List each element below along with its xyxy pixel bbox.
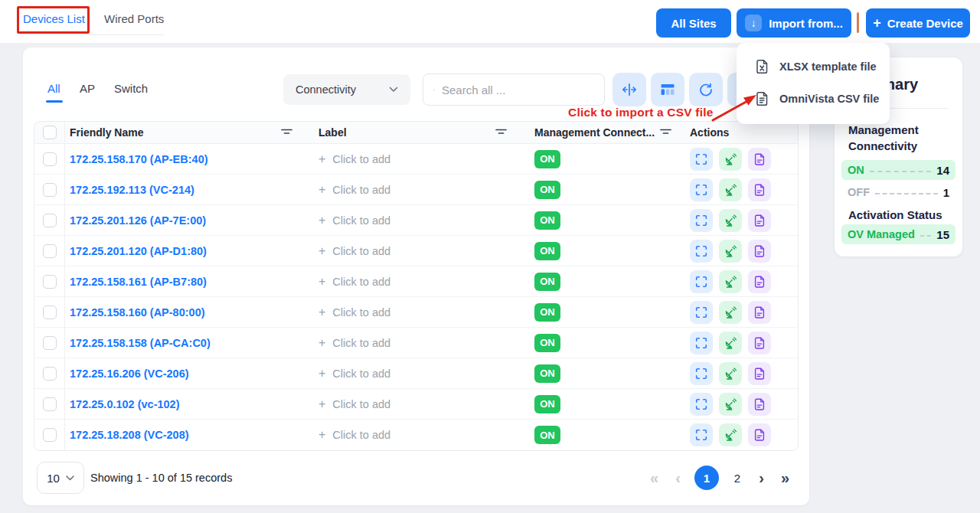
label-click-to-add[interactable]: + Click to add bbox=[307, 337, 521, 349]
friendly-name-label: Friendly Name bbox=[70, 126, 143, 139]
filter-icon[interactable] bbox=[281, 129, 292, 137]
device-notes-button[interactable] bbox=[748, 362, 771, 385]
plus-icon: + bbox=[318, 214, 325, 227]
connectivity-test-button[interactable] bbox=[719, 393, 742, 416]
label-click-to-add[interactable]: + Click to add bbox=[307, 368, 521, 380]
filter-tab-ap[interactable]: AP bbox=[80, 82, 95, 95]
expand-device-button[interactable] bbox=[690, 362, 713, 385]
column-header-friendly-name[interactable]: Friendly Name bbox=[65, 126, 307, 139]
expand-device-button[interactable] bbox=[690, 301, 713, 324]
expand-columns-button[interactable] bbox=[612, 73, 646, 106]
label-click-to-add[interactable]: + Click to add bbox=[307, 276, 521, 288]
expand-device-button[interactable] bbox=[690, 148, 713, 171]
device-link[interactable]: 172.25.158.161 (AP-B7:80) bbox=[70, 276, 207, 288]
next-page-button[interactable]: › bbox=[756, 470, 767, 485]
column-header-label[interactable]: Label bbox=[307, 126, 521, 139]
device-notes-button[interactable] bbox=[748, 332, 771, 355]
connectivity-test-button[interactable] bbox=[719, 301, 742, 324]
device-notes-button[interactable] bbox=[748, 148, 771, 171]
row-checkbox[interactable] bbox=[43, 367, 57, 381]
row-checkbox[interactable] bbox=[43, 397, 57, 411]
filter-icon[interactable] bbox=[660, 129, 671, 137]
pager: « ‹ 1 2 › » bbox=[647, 462, 792, 494]
row-checkbox[interactable] bbox=[43, 428, 57, 442]
row-checkbox[interactable] bbox=[43, 183, 57, 197]
device-notes-button[interactable] bbox=[748, 393, 771, 416]
device-notes-button[interactable] bbox=[748, 301, 771, 324]
prev-page-button[interactable]: ‹ bbox=[672, 470, 684, 485]
connectivity-test-button[interactable] bbox=[719, 240, 742, 263]
row-checkbox[interactable] bbox=[43, 214, 57, 227]
connectivity-test-button[interactable] bbox=[719, 148, 742, 171]
connectivity-test-button[interactable] bbox=[719, 178, 742, 201]
row-checkbox[interactable] bbox=[43, 244, 57, 258]
device-link[interactable]: 172.25.18.208 (VC-208) bbox=[70, 429, 189, 441]
connectivity-test-button[interactable] bbox=[719, 423, 742, 446]
connectivity-test-button[interactable] bbox=[719, 209, 742, 232]
expand-device-button[interactable] bbox=[690, 332, 713, 355]
filter-tab-switch[interactable]: Switch bbox=[114, 82, 148, 95]
device-link[interactable]: 172.25.158.158 (AP-CA:C0) bbox=[70, 337, 211, 349]
satellite-dish-icon bbox=[724, 244, 737, 258]
tab-devices-list[interactable]: Devices List bbox=[23, 12, 85, 25]
page-1-button[interactable]: 1 bbox=[694, 466, 719, 490]
device-link[interactable]: 172.25.192.113 (VC-214) bbox=[70, 184, 194, 196]
last-page-button[interactable]: » bbox=[778, 470, 792, 485]
device-notes-button[interactable] bbox=[748, 240, 771, 263]
page-2-button[interactable]: 2 bbox=[730, 472, 745, 485]
first-page-button[interactable]: « bbox=[647, 470, 662, 485]
column-header-management[interactable]: Management Connect... bbox=[521, 126, 682, 139]
filter-icon[interactable] bbox=[495, 129, 507, 137]
connectivity-dropdown[interactable]: Connectivity bbox=[283, 74, 410, 105]
expand-device-button[interactable] bbox=[690, 178, 713, 201]
expand-device-button[interactable] bbox=[690, 270, 713, 293]
menu-item-omnivista-csv[interactable]: OmniVista CSV file bbox=[737, 83, 890, 115]
expand-device-button[interactable] bbox=[690, 240, 713, 263]
search-input[interactable] bbox=[442, 83, 594, 96]
records-summary: Showing 1 - 10 of 15 records bbox=[90, 472, 232, 484]
import-from-button[interactable]: ↓ Import from... bbox=[737, 8, 851, 38]
actions-cell bbox=[682, 178, 798, 201]
row-checkbox[interactable] bbox=[43, 275, 57, 289]
filter-tab-all[interactable]: All bbox=[47, 82, 60, 95]
device-link[interactable]: 172.25.201.126 (AP-7E:00) bbox=[70, 214, 206, 227]
satellite-dish-icon bbox=[724, 367, 737, 381]
row-checkbox[interactable] bbox=[43, 152, 57, 166]
device-notes-button[interactable] bbox=[748, 178, 771, 201]
connectivity-test-button[interactable] bbox=[719, 332, 742, 355]
tab-wired-ports[interactable]: Wired Ports bbox=[104, 12, 164, 25]
connectivity-test-button[interactable] bbox=[719, 270, 742, 293]
label-click-to-add[interactable]: + Click to add bbox=[307, 398, 521, 410]
menu-item-xlsx-template[interactable]: XLSX template file bbox=[737, 51, 890, 83]
all-sites-button[interactable]: All Sites bbox=[656, 8, 731, 38]
device-link[interactable]: 172.25.16.206 (VC-206) bbox=[70, 368, 189, 380]
create-device-button[interactable]: + Create Device bbox=[866, 8, 970, 38]
device-notes-button[interactable] bbox=[748, 423, 771, 446]
label-click-to-add[interactable]: + Click to add bbox=[307, 184, 521, 196]
label-click-to-add[interactable]: + Click to add bbox=[307, 306, 521, 319]
device-link[interactable]: 172.25.158.170 (AP-EB:40) bbox=[70, 153, 208, 165]
device-link[interactable]: 172.25.0.102 (vc-102) bbox=[70, 398, 180, 410]
plus-icon: + bbox=[318, 398, 325, 410]
label-click-to-add[interactable]: + Click to add bbox=[307, 429, 521, 441]
row-checkbox-cell bbox=[34, 389, 65, 419]
connectivity-test-button[interactable] bbox=[719, 362, 742, 385]
label-click-to-add[interactable]: + Click to add bbox=[307, 214, 521, 227]
page-size-select[interactable]: 10 bbox=[37, 462, 84, 494]
label-click-to-add[interactable]: + Click to add bbox=[307, 153, 521, 165]
device-notes-button[interactable] bbox=[748, 270, 771, 293]
expand-device-button[interactable] bbox=[690, 423, 713, 446]
device-link[interactable]: 172.25.158.160 (AP-80:00) bbox=[70, 306, 205, 319]
label-click-to-add[interactable]: + Click to add bbox=[307, 245, 521, 257]
row-checkbox[interactable] bbox=[43, 306, 57, 319]
columns-settings-button[interactable] bbox=[651, 73, 684, 106]
device-notes-button[interactable] bbox=[748, 209, 771, 232]
device-link[interactable]: 172.25.201.120 (AP-D1:80) bbox=[70, 245, 207, 257]
expand-device-button[interactable] bbox=[690, 393, 713, 416]
columns-icon bbox=[660, 82, 675, 97]
select-all-checkbox[interactable] bbox=[43, 126, 57, 139]
actions-cell bbox=[682, 362, 798, 385]
expand-device-button[interactable] bbox=[690, 209, 713, 232]
row-checkbox[interactable] bbox=[43, 336, 57, 350]
connectivity-dropdown-value: Connectivity bbox=[296, 83, 356, 96]
